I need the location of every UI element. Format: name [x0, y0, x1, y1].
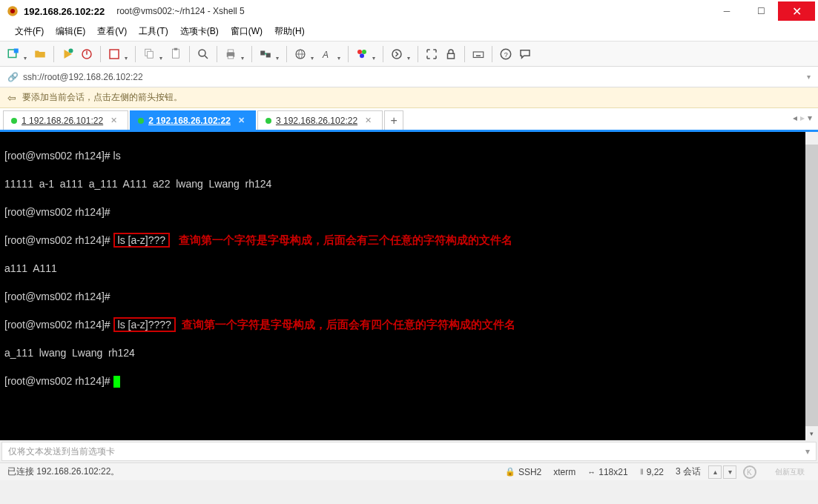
script-button[interactable]: ▾	[388, 45, 406, 63]
watermark-icon: K	[742, 465, 772, 480]
svg-rect-14	[228, 50, 234, 53]
status-dot-icon	[138, 118, 144, 124]
menu-edit[interactable]: 编辑(E)	[50, 24, 91, 39]
fullscreen-button[interactable]	[423, 45, 441, 63]
toolbar-separator	[418, 46, 418, 62]
add-tab-button[interactable]: +	[384, 110, 403, 130]
tab-close-icon[interactable]: ✕	[111, 116, 117, 125]
address-bar[interactable]: 🔗 ssh://root@192.168.26.102:22 ▾	[0, 67, 818, 87]
print-button[interactable]: ▾	[222, 45, 240, 63]
scroll-thumb[interactable]	[805, 145, 818, 426]
disconnect-button[interactable]	[78, 45, 96, 63]
status-size: 118x21	[598, 467, 627, 477]
toolbar-separator	[53, 46, 54, 62]
tab-close-icon[interactable]: ✕	[365, 116, 372, 125]
status-down-button[interactable]: ▾	[723, 465, 736, 479]
tip-text: 要添加当前会话，点击左侧的箭头按钮。	[22, 91, 182, 104]
paste-button[interactable]	[167, 45, 185, 63]
status-protocol: SSH2	[518, 467, 541, 477]
compose-dropdown-icon[interactable]: ▾	[805, 446, 810, 457]
svg-rect-16	[260, 50, 265, 55]
status-bar: 已连接 192.168.26.102:22。 🔒SSH2 xterm ↔118x…	[0, 462, 818, 480]
status-dot-icon	[265, 118, 271, 124]
toolbar-separator	[464, 46, 465, 62]
status-cursor: 9,22	[647, 467, 664, 477]
reconnect-button[interactable]	[59, 45, 76, 63]
menu-view[interactable]: 查看(V)	[91, 24, 133, 39]
svg-text:?: ?	[504, 50, 508, 58]
toolbar-separator	[492, 46, 492, 62]
address-dropdown-icon[interactable]: ▾	[807, 73, 811, 81]
svg-line-12	[205, 56, 208, 59]
transfer-button[interactable]: ▾	[257, 45, 274, 63]
tab-next-icon[interactable]: ▸	[800, 113, 805, 123]
tab-prev-icon[interactable]: ◂	[793, 113, 797, 123]
help-button[interactable]: ?	[497, 45, 515, 63]
svg-rect-8	[148, 51, 154, 58]
svg-point-3	[69, 48, 73, 53]
tab-close-icon[interactable]: ✕	[238, 116, 245, 125]
svg-rect-26	[448, 53, 455, 59]
tab-header: 1 192.168.26.101:22 ✕ 2 192.168.26.102:2…	[0, 108, 818, 132]
session-tab-3[interactable]: 3 192.168.26.102:22 ✕	[257, 110, 383, 130]
address-text: ssh://root@192.168.26.102:22	[23, 72, 143, 82]
svg-rect-15	[228, 56, 234, 59]
highlighted-command-2: ls [a-z]????	[113, 317, 176, 332]
title-bar: 192.168.26.102:22 root@vms002:~/rh124 - …	[0, 0, 818, 22]
session-tab-1[interactable]: 1 192.168.26.101:22 ✕	[3, 110, 128, 130]
svg-rect-27	[473, 52, 484, 58]
toolbar: ▾ ▾ ▾ ▾ ▾ ▾ A▾ ▾ ▾ ?	[0, 42, 818, 67]
tip-bar: ⇦ 要添加当前会话，点击左侧的箭头按钮。	[0, 87, 818, 108]
lock-button[interactable]	[442, 45, 460, 63]
font-button[interactable]: A▾	[318, 45, 336, 63]
color-button[interactable]: ▾	[353, 45, 371, 63]
menu-tabs[interactable]: 选项卡(B)	[174, 24, 225, 39]
cursor-pos-icon: ⦀	[640, 467, 644, 477]
open-button[interactable]	[31, 45, 49, 63]
svg-rect-6	[110, 50, 119, 59]
toolbar-separator	[348, 46, 349, 62]
annotation-2: 查询第一个字符是字母构成，后面会有四个任意的字符构成的文件名	[182, 319, 515, 331]
menu-window[interactable]: 窗口(W)	[225, 24, 268, 39]
toolbar-separator	[217, 46, 217, 62]
lock-icon: 🔒	[505, 467, 515, 477]
tip-arrow-icon[interactable]: ⇦	[7, 92, 16, 104]
new-session-button[interactable]: ▾	[4, 45, 22, 63]
svg-point-25	[392, 50, 401, 59]
close-button[interactable]: ✕	[778, 1, 815, 21]
compose-bar[interactable]: 仅将文本发送到当前选项卡 ▾	[1, 442, 817, 461]
terminal[interactable]: [root@vms002 rh124]# ls 11111 a-1 a111 a…	[0, 132, 818, 440]
svg-text:K: K	[747, 468, 752, 477]
svg-text:A: A	[322, 49, 329, 59]
tab-nav: ◂ ▸ ▾	[793, 113, 812, 123]
status-termtype: xterm	[553, 467, 575, 477]
toolbar-separator	[251, 46, 252, 62]
annotation-1: 查询第一个字符是字母构成，后面会有三个任意的字符构成的文件名	[179, 234, 512, 246]
menu-tools[interactable]: 工具(T)	[133, 24, 174, 39]
copy-button[interactable]: ▾	[140, 45, 158, 63]
link-icon: 🔗	[7, 72, 19, 82]
profile-button[interactable]: ▾	[105, 45, 123, 63]
toolbar-separator	[286, 46, 287, 62]
status-dot-icon	[11, 118, 17, 124]
scroll-down-icon[interactable]: ▾	[805, 428, 818, 440]
encoding-button[interactable]: ▾	[291, 45, 309, 63]
menu-help[interactable]: 帮助(H)	[268, 24, 311, 39]
toolbar-separator	[383, 46, 383, 62]
find-button[interactable]	[194, 45, 212, 63]
tab-menu-icon[interactable]: ▾	[808, 113, 812, 123]
title-address: 192.168.26.102:22	[24, 6, 105, 17]
chat-button[interactable]	[516, 45, 534, 63]
title-caption: root@vms002:~/rh124 - Xshell 5	[116, 6, 245, 16]
keyboard-button[interactable]	[469, 45, 487, 63]
terminal-scrollbar[interactable]: ▴ ▾	[805, 132, 818, 440]
status-up-button[interactable]: ▴	[708, 465, 722, 479]
svg-point-11	[199, 50, 205, 56]
svg-rect-5	[86, 50, 88, 54]
menu-file[interactable]: 文件(F)	[9, 24, 50, 39]
toolbar-separator	[100, 46, 101, 62]
app-logo-icon	[6, 4, 19, 18]
session-tab-2[interactable]: 2 192.168.26.102:22 ✕	[130, 110, 256, 130]
minimize-button[interactable]: ─	[710, 1, 744, 21]
maximize-button[interactable]: ☐	[744, 1, 778, 21]
